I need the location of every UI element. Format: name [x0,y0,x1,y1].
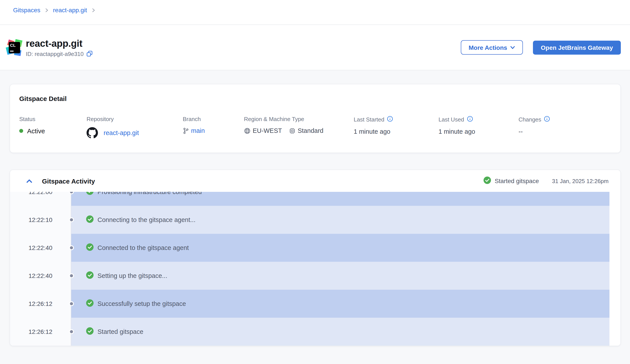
success-check-icon [86,215,94,224]
globe-icon [244,127,250,134]
timeline-dot-icon [69,329,74,334]
gitspace-id: ID: reactappgit-a9e310 [26,50,84,57]
last-used-value: 1 minute ago [438,128,518,135]
activity-log-row: 12:22:10 Connecting to the gitspace agen… [10,206,620,234]
region-value: EU-WEST [253,127,282,134]
success-check-icon [86,243,94,252]
more-actions-button[interactable]: More Actions [461,40,523,55]
machine-type-value: Standard [298,127,324,134]
breadcrumb-link-current[interactable]: react-app.git [53,6,87,14]
log-timestamp: 12:22:40 [10,234,71,262]
info-icon[interactable] [467,116,473,123]
success-check-icon [484,176,491,185]
open-jetbrains-gateway-button[interactable]: Open JetBrains Gateway [533,40,621,54]
activity-log-row: 12:26:12 Started gitspace [10,318,620,346]
breadcrumb-link-gitspaces[interactable]: Gitspaces [13,6,40,14]
log-timestamp: 12:26:12 [10,318,71,346]
info-icon[interactable] [387,116,393,123]
gitspace-detail-card: Gitspace Detail Status Active Repository [10,84,621,153]
field-repository: Repository react-app.git [86,116,183,138]
log-message: Setting up the gitspace... [98,272,167,279]
collapse-chevron-up-icon[interactable] [26,179,32,183]
log-timestamp: 12:22:10 [10,206,71,234]
chevron-right-icon [44,6,49,14]
github-icon [86,127,98,138]
activity-title: Gitspace Activity [42,177,95,185]
status-value: Active [27,127,45,135]
repository-link[interactable]: react-app.git [104,129,139,136]
last-started-value: 1 minute ago [354,128,438,135]
branch-link[interactable]: main [191,127,205,134]
changes-value: -- [518,128,620,135]
gitspace-activity-card: Gitspace Activity Started gitspace 31 Ja… [10,170,621,346]
timeline-dot-icon [69,301,74,306]
breadcrumb: Gitspaces react-app.git [0,0,630,25]
chevron-right-icon [91,6,96,14]
field-status: Status Active [19,116,86,138]
log-timestamp: 12:22:00 [10,192,71,206]
log-message: Connecting to the gitspace agent... [98,216,196,223]
success-check-icon [86,299,94,308]
page-root: Gitspaces react-app.git CL react-app.git… [0,0,630,364]
field-last-used: Last Used 1 minute ago [438,116,518,138]
field-region-machine: Region & Machine Type EU-WEST [244,116,354,138]
clion-ide-icon: CL [6,39,22,55]
log-message: Connected to the gitspace agent [98,244,189,251]
log-message: Provisioning infrastructure completed [98,192,202,195]
activity-log-row: 12:22:00 Provisioning infrastructure com… [10,192,620,206]
success-check-icon [86,327,94,336]
chevron-down-icon [510,46,515,49]
activity-log-row: 12:22:40 Setting up the gitspace... [10,262,620,290]
log-timestamp: 12:26:12 [10,290,71,318]
activity-log-row: 12:22:40 Connected to the gitspace agent [10,234,620,262]
detail-card-title: Gitspace Detail [19,95,620,102]
success-check-icon [86,271,94,280]
field-changes: Changes -- [518,116,620,138]
info-icon[interactable] [544,116,550,123]
activity-log-row: 12:26:12 Successfully setup the gitspace [10,290,620,318]
activity-log[interactable]: 12:22:00 Provisioning infrastructure com… [10,192,620,346]
timeline-dot-icon [69,217,74,222]
page-header: CL react-app.git ID: reactappgit-a9e310 [0,25,630,70]
status-dot [19,129,23,133]
field-branch: Branch main [183,116,244,138]
page-title: react-app.git [26,38,93,49]
copy-icon[interactable] [87,51,93,57]
activity-status-label: Started gitspace [495,177,539,184]
git-branch-icon [183,127,189,134]
field-last-started: Last Started 1 minute ago [354,116,438,138]
timeline-dot-icon [69,245,74,250]
success-check-icon [86,192,94,196]
activity-status-time: 31 Jan, 2025 12:26pm [552,178,608,184]
log-message: Started gitspace [98,328,144,335]
machine-type-icon [289,127,296,134]
timeline-dot-icon [69,273,74,278]
log-message: Successfully setup the gitspace [98,300,186,307]
log-timestamp: 12:22:40 [10,262,71,290]
